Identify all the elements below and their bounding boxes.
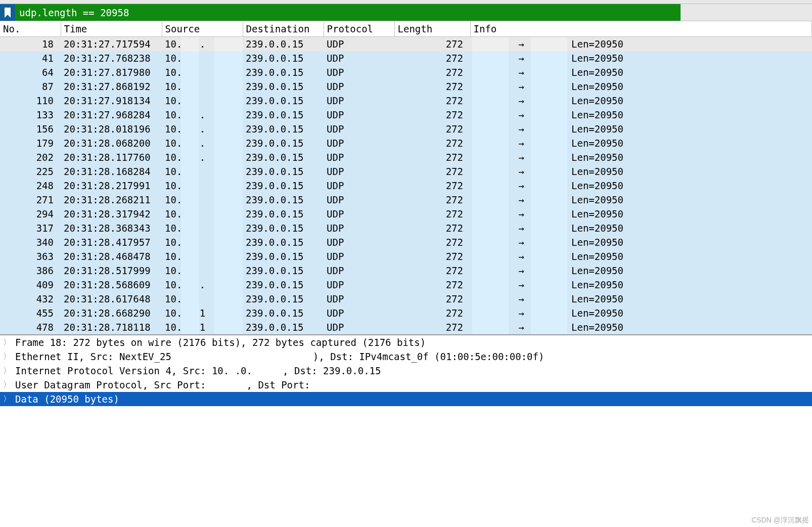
- table-row[interactable]: 11020:31:27.91813410. .0239.0.0.15UDP272…: [0, 94, 812, 108]
- cell-protocol: UDP: [324, 136, 394, 150]
- expand-caret-icon[interactable]: 〉: [3, 352, 15, 362]
- cell-source: 10. .0.: [162, 150, 243, 164]
- detail-ip[interactable]: 〉 Internet Protocol Version 4, Src: 10. …: [0, 364, 812, 378]
- cell-protocol: UDP: [324, 306, 394, 320]
- cell-time: 20:31:28.617648: [61, 292, 162, 306]
- cell-time: 20:31:28.468478: [61, 249, 162, 264]
- detail-frame[interactable]: 〉 Frame 18: 272 bytes on wire (2176 bits…: [0, 335, 812, 349]
- arrow-right-icon: →: [517, 293, 526, 304]
- table-row[interactable]: 29420:31:28.31794210. 0.239.0.0.15UDP272…: [0, 207, 812, 221]
- detail-udp-pre: User Datagram Protocol, Src Port:: [15, 379, 206, 390]
- table-row[interactable]: 31720:31:28.36834310. 0.239.0.0.15UDP272…: [0, 221, 812, 235]
- table-row[interactable]: 20220:31:28.11776010. .0.239.0.0.15UDP27…: [0, 150, 812, 164]
- redacted-block: [472, 108, 509, 122]
- expand-caret-icon[interactable]: 〉: [3, 337, 15, 348]
- col-header-info[interactable]: Info: [470, 21, 812, 37]
- cell-info-len: Len=20950: [571, 53, 623, 64]
- cell-protocol: UDP: [324, 179, 394, 193]
- cell-length: 272: [394, 65, 470, 79]
- cell-no: 455: [0, 306, 61, 320]
- detail-data-selected[interactable]: 〉 Data (20950 bytes): [0, 392, 812, 406]
- cell-no: 386: [0, 264, 61, 278]
- table-row[interactable]: 13320:31:27.96828410. .0.239.0.0.15UDP27…: [0, 108, 812, 122]
- cell-length: 272: [394, 249, 470, 264]
- detail-udp[interactable]: 〉 User Datagram Protocol, Src Port: , Ds…: [0, 378, 812, 392]
- cell-destination: 239.0.0.15: [243, 37, 324, 52]
- col-header-length[interactable]: Length: [394, 21, 470, 37]
- redacted-block: [531, 108, 567, 122]
- col-header-source[interactable]: Source: [162, 21, 243, 37]
- table-row[interactable]: 15620:31:28.01819610. .0.239.0.0.15UDP27…: [0, 122, 812, 136]
- cell-protocol: UDP: [324, 193, 394, 207]
- packet-details-pane[interactable]: 〉 Frame 18: 272 bytes on wire (2176 bits…: [0, 335, 812, 406]
- cell-protocol: UDP: [324, 278, 394, 292]
- display-filter-input[interactable]: [15, 4, 681, 21]
- table-row[interactable]: 36320:31:28.46847810. 0.239.0.0.15UDP272…: [0, 249, 812, 264]
- cell-length: 272: [394, 79, 470, 94]
- arrow-right-icon: →: [517, 38, 526, 50]
- col-header-destination[interactable]: Destination: [243, 21, 324, 37]
- redacted-block: [531, 150, 567, 164]
- redacted-block: [531, 37, 567, 51]
- redacted-block: [214, 193, 243, 207]
- table-row[interactable]: 8720:31:27.86819210. .0239.0.0.15UDP272→…: [0, 79, 812, 94]
- table-row[interactable]: 34020:31:28.41795710. 0.239.0.0.15UDP272…: [0, 235, 812, 249]
- cell-info-len: Len=20950: [571, 208, 623, 219]
- cell-length: 272: [394, 221, 470, 235]
- cell-destination: 239.0.0.15: [243, 122, 324, 136]
- cell-destination: 239.0.0.15: [243, 150, 324, 164]
- redacted-block: [531, 292, 567, 306]
- cell-destination: 239.0.0.15: [243, 207, 324, 221]
- cell-info-len: Len=20950: [571, 123, 623, 135]
- redacted-block: [214, 320, 243, 334]
- cell-info-len: Len=20950: [571, 138, 623, 149]
- cell-protocol: UDP: [324, 221, 394, 235]
- table-row[interactable]: 43220:31:28.61764810. 0.239.0.0.15UDP272…: [0, 292, 812, 306]
- table-row[interactable]: 27120:31:28.26821110. 0.239.0.0.15UDP272…: [0, 193, 812, 207]
- cell-no: 225: [0, 164, 61, 179]
- col-header-time[interactable]: Time: [61, 21, 162, 37]
- packet-list-table[interactable]: No. Time Source Destination Protocol Len…: [0, 21, 812, 334]
- cell-length: 272: [394, 94, 470, 108]
- cell-no: 409: [0, 278, 61, 292]
- cell-info-len: Len=20950: [571, 279, 623, 290]
- cell-destination: 239.0.0.15: [243, 179, 324, 193]
- redacted-block: [214, 37, 243, 51]
- cell-length: 272: [394, 136, 470, 150]
- cell-protocol: UDP: [324, 292, 394, 306]
- expand-caret-icon[interactable]: 〉: [3, 366, 15, 376]
- expand-caret-icon[interactable]: 〉: [3, 394, 15, 405]
- cell-source: 10. .0.: [162, 37, 243, 52]
- cell-protocol: UDP: [324, 164, 394, 179]
- redacted-block: [531, 249, 567, 264]
- col-header-no[interactable]: No.: [0, 21, 61, 37]
- table-row[interactable]: 4120:31:27.76823810. .0239.0.0.15UDP272→…: [0, 51, 812, 65]
- arrow-right-icon: →: [517, 152, 526, 163]
- table-row[interactable]: 40920:31:28.56860910. .0.239.0.0.15UDP27…: [0, 278, 812, 292]
- display-filter-bar: [0, 4, 812, 21]
- table-row[interactable]: 45520:31:28.66829010. 0.1239.0.0.15UDP27…: [0, 306, 812, 320]
- cell-source: 10. 0.1: [162, 320, 243, 334]
- cell-source: 10. .0: [162, 51, 243, 65]
- detail-ethernet[interactable]: 〉 Ethernet II, Src: NextEV_25 ), Dst: IP…: [0, 349, 812, 364]
- cell-no: 18: [0, 37, 61, 52]
- table-row[interactable]: 1820:31:27.71759410. .0.239.0.0.15UDP272…: [0, 37, 812, 52]
- expand-caret-icon[interactable]: 〉: [3, 380, 15, 390]
- table-row[interactable]: 24820:31:28.21799110. 0.239.0.0.15UDP272…: [0, 179, 812, 193]
- cell-length: 272: [394, 207, 470, 221]
- redacted-block: [531, 193, 567, 207]
- table-row[interactable]: 47820:31:28.71811810. 0.1239.0.0.15UDP27…: [0, 320, 812, 334]
- table-row[interactable]: 22520:31:28.16828410. 0.239.0.0.15UDP272…: [0, 164, 812, 179]
- cell-info-len: Len=20950: [571, 308, 623, 319]
- cell-info: →Len=20950: [470, 179, 812, 193]
- table-row[interactable]: 38620:31:28.51799910. 0.239.0.0.15UDP272…: [0, 264, 812, 278]
- table-row[interactable]: 17920:31:28.06820010. .0.239.0.0.15UDP27…: [0, 136, 812, 150]
- redacted-block: [214, 249, 243, 264]
- cell-protocol: UDP: [324, 235, 394, 249]
- filter-bookmark-button[interactable]: [0, 4, 15, 21]
- table-row[interactable]: 6420:31:27.81798010. .0239.0.0.15UDP272→…: [0, 65, 812, 79]
- col-header-protocol[interactable]: Protocol: [324, 21, 394, 37]
- detail-ip-post: , Dst: 239.0.0.15: [283, 365, 381, 376]
- cell-source: 10. .0.: [162, 136, 243, 150]
- cell-no: 248: [0, 179, 61, 193]
